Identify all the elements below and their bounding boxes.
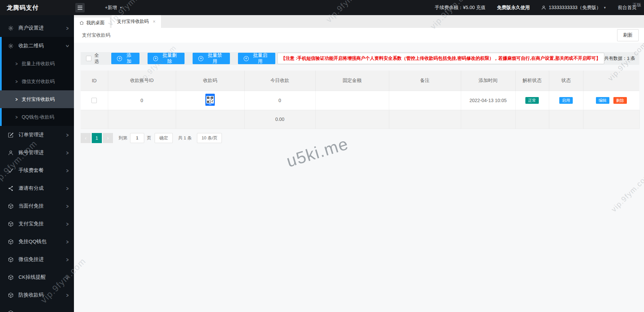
row-checkbox[interactable] <box>91 98 97 103</box>
sidebar-item-invite-share[interactable]: 邀请有分成 > <box>0 179 74 197</box>
tab-my-desktop[interactable]: 我的桌面 <box>74 17 110 28</box>
sidebar-subitem-label: QQ钱包-收款码 <box>22 114 54 120</box>
plus-circle-icon: + <box>244 56 249 61</box>
cube-icon <box>7 274 14 281</box>
chevron-right-icon: > <box>15 97 17 102</box>
security-notice: 【注意 :手机短信验证功能开启将增强商户个人资料安全系数（管控上传收款码包括免挂… <box>277 53 604 64</box>
home-icon <box>79 20 84 25</box>
hamburger-menu-icon[interactable] <box>75 3 85 12</box>
edit-button[interactable]: 编辑 <box>596 97 609 104</box>
recharge-link[interactable]: 充值 <box>476 5 485 10</box>
check-icon <box>7 167 14 174</box>
fee-value: ¥5.00 <box>463 5 475 10</box>
sidebar-item-label: 收款二维码 <box>18 43 44 49</box>
header-right-group: 手续费余额：¥5.00 充值 免费版永久使用 13333333333（免费版） … <box>435 5 637 11</box>
chevron-right-icon: > <box>66 203 69 210</box>
sidebar-item-alipay-free[interactable]: 支付宝免挂 > <box>0 215 74 233</box>
cube-icon <box>7 256 14 263</box>
sidebar-item-wechat-free[interactable]: 微信免挂进 > <box>0 251 74 268</box>
cell-fixed-amount <box>315 91 389 110</box>
prev-page-button[interactable]: ‹ <box>81 133 91 143</box>
close-icon[interactable]: × <box>153 19 156 24</box>
payment-codes-table: ID 收款账号ID 收款码 今日收款 固定金额 备注 添加时间 解析状态 状态 <box>81 71 640 129</box>
goto-confirm-button[interactable]: 确定 <box>155 133 173 143</box>
col-fixed-amount: 固定金额 <box>315 71 389 91</box>
sidebar-item-wechat-code[interactable]: > 微信支付收款码 <box>0 73 74 90</box>
table-header-row: ID 收款账号ID 收款码 今日收款 固定金额 备注 添加时间 解析状态 状态 <box>81 71 639 91</box>
edit-icon <box>7 132 14 138</box>
col-added-time: 添加时间 <box>461 71 515 91</box>
license-text: 免费版永久使用 <box>497 5 530 11</box>
fee-label: 手续费余额： <box>435 5 463 10</box>
pagination-bar: ‹ 1 › 到第 页 确定 共 1 条 10 条/页 <box>81 133 639 143</box>
sidebar-item-label: 账号管理进 <box>18 149 44 156</box>
sidebar-item-label: 当面付免挂 <box>18 203 44 209</box>
batch-disable-button[interactable]: + 批量禁用 <box>193 53 230 64</box>
table-summary-row: 0.00 <box>81 110 639 129</box>
total-data-count: 共有数据：1 条 <box>604 55 635 61</box>
sidebar-item-order-management[interactable]: 订单管理进 > <box>0 126 74 144</box>
delete-button[interactable]: 删除 <box>613 97 627 104</box>
col-remark: 备注 <box>389 71 461 91</box>
sidebar-item-partial[interactable] <box>0 304 74 312</box>
sidebar-item-qrcode-menu[interactable]: 收款二维码 > <box>0 37 74 55</box>
chevron-right-icon: > <box>66 238 69 245</box>
sidebar-group-qrcode: 收款二维码 > > 批量上传收款码 > 微信支付收款码 > 支付宝传收款码 > … <box>0 37 74 126</box>
new-item-label: +新增 <box>105 5 117 11</box>
account-dropdown[interactable]: 13333333333（免费版） ▼ <box>541 5 606 11</box>
parse-status-badge: 正常 <box>525 97 539 104</box>
cube-icon <box>7 310 14 312</box>
sidebar-item-account-management[interactable]: 账号管理进 > <box>0 144 74 162</box>
next-page-button[interactable]: › <box>103 133 113 143</box>
batch-enable-button[interactable]: + 批量启用 <box>238 53 275 64</box>
sidebar-item-face-pay[interactable]: 当面付免挂 > <box>0 197 74 215</box>
sidebar-item-merchant-settings[interactable]: 商户设置进 > <box>0 19 74 37</box>
current-page[interactable]: 1 <box>92 133 102 143</box>
chevron-right-icon: > <box>66 292 69 299</box>
page-size-select[interactable]: 10 条/页 <box>197 133 222 143</box>
status-toggle-badge[interactable]: 启用 <box>559 97 573 104</box>
gear-icon <box>7 25 14 32</box>
goto-label: 到第 <box>119 135 127 141</box>
refresh-button[interactable]: 刷新 <box>617 29 639 41</box>
plus-circle-icon: + <box>153 56 158 61</box>
add-button[interactable]: + 添加 <box>111 53 139 64</box>
toolbar: 全选 + 添加 + 批量删除 + 批量禁用 + 批量启用 【注意 :手机短信验证 <box>81 52 639 65</box>
chevron-down-icon: ▼ <box>119 6 122 9</box>
col-today-income: 今日收款 <box>244 71 315 91</box>
chevron-right-icon: > <box>66 185 69 192</box>
chevron-down-icon: ▼ <box>603 6 606 9</box>
select-all-checkbox[interactable] <box>86 56 91 61</box>
col-account-id: 收款账号ID <box>108 71 176 91</box>
goto-page-input[interactable] <box>130 133 144 143</box>
fee-balance: 手续费余额：¥5.00 充值 <box>435 5 485 11</box>
sidebar-item-qq-wallet-code[interactable]: > QQ钱包-收款码 <box>0 108 74 126</box>
sidebar-item-qq-free[interactable]: 免挂QQ钱包 > <box>0 233 74 251</box>
table-row: 0 <box>81 91 639 110</box>
tab-alipay-code[interactable]: 支付宝传收款码 × <box>112 15 161 28</box>
sidebar-item-label: 支付宝免挂 <box>18 221 44 227</box>
sidebar-item-label: 防换收款码 <box>18 292 44 298</box>
chevron-right-icon: > <box>66 132 69 138</box>
sidebar-subitem-label: 微信支付收款码 <box>22 79 54 85</box>
user-icon <box>7 149 14 156</box>
sidebar-subitem-label: 支付宝传收款码 <box>22 96 54 102</box>
sidebar-item-batch-upload-code[interactable]: > 批量上传收款码 <box>0 55 74 73</box>
sidebar-item-label: 订单管理进 <box>18 132 44 138</box>
sidebar-item-ck-offline-alert[interactable]: CK掉线提醒 > <box>0 268 74 286</box>
sidebar-item-label: 手续费套餐 <box>18 167 44 174</box>
user-icon <box>541 5 546 10</box>
new-item-dropdown[interactable]: +新增 ▼ <box>105 5 122 11</box>
sidebar-item-alipay-code-active[interactable]: > 支付宝传收款码 <box>0 90 74 108</box>
frontend-home-link[interactable]: 前台首页 <box>618 5 637 11</box>
batch-delete-button[interactable]: + 批量删除 <box>148 53 185 64</box>
chevron-right-icon: > <box>66 25 69 32</box>
sidebar-item-anti-swap-code[interactable]: 防换收款码 > <box>0 286 74 304</box>
sidebar-item-fee-package[interactable]: 手续费套餐 > <box>0 162 74 179</box>
cube-icon <box>7 238 14 245</box>
summary-today-income: 0.00 <box>244 110 315 129</box>
tab-strip: 我的桌面 支付宝传收款码 × <box>74 15 644 28</box>
account-text: 13333333333（免费版） <box>549 5 601 11</box>
cube-icon <box>7 221 14 227</box>
qr-code-thumbnail[interactable] <box>205 94 215 106</box>
